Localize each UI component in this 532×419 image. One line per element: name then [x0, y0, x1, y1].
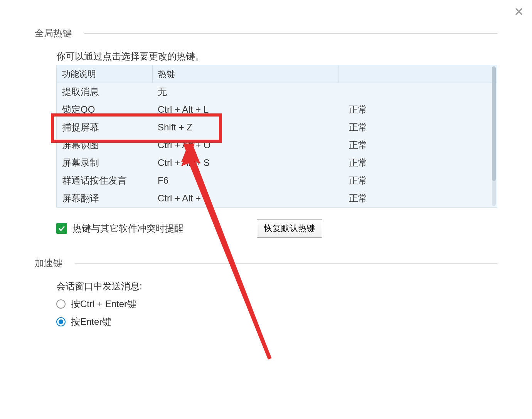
- row-hotkey: Ctrl + Alt + O: [152, 140, 338, 150]
- divider: [84, 33, 497, 34]
- header-hotkey: 热键: [152, 65, 338, 83]
- table-row[interactable]: 屏幕识图 Ctrl + Alt + O 正常: [57, 136, 497, 154]
- send-message-label: 会话窗口中发送消息:: [56, 280, 497, 292]
- row-hotkey: Shift + Z: [152, 122, 338, 133]
- row-func: 锁定QQ: [57, 103, 152, 116]
- section-accel-title: 加速键: [35, 257, 497, 269]
- row-hotkey: Ctrl + Alt + L: [152, 104, 338, 115]
- conflict-checkbox-label: 热键与其它软件冲突时提醒: [72, 222, 184, 235]
- row-status: 正常: [338, 121, 497, 133]
- radio-label: 按Ctrl + Enter键: [71, 298, 136, 310]
- row-hotkey: Ctrl + Alt + F: [152, 193, 338, 204]
- close-button[interactable]: [514, 7, 524, 16]
- table-row[interactable]: 屏幕录制 Ctrl + Alt + S 正常: [57, 154, 497, 172]
- section-hotkeys-label: 全局热键: [35, 27, 72, 39]
- radio-enter[interactable]: 按Enter键: [56, 316, 497, 328]
- close-icon: [514, 7, 524, 16]
- table-row[interactable]: 捕捉屏幕 Shift + Z 正常: [57, 118, 497, 136]
- row-func: 屏幕录制: [57, 157, 152, 169]
- conflict-checkbox-row[interactable]: 热键与其它软件冲突时提醒: [56, 222, 184, 235]
- radio-label: 按Enter键: [71, 316, 111, 328]
- check-icon: [58, 225, 66, 232]
- restore-defaults-button[interactable]: 恢复默认热键: [257, 219, 322, 238]
- radio-button[interactable]: [56, 299, 66, 309]
- row-func: 群通话按住发言: [57, 174, 152, 187]
- row-func: 提取消息: [57, 86, 152, 98]
- radio-button[interactable]: [56, 317, 66, 326]
- divider: [75, 263, 497, 264]
- row-hotkey: Ctrl + Alt + S: [152, 157, 338, 168]
- row-hotkey: F6: [152, 175, 338, 186]
- hotkey-table: 功能说明 热键 提取消息 无 锁定QQ Ctrl + Alt + L 正常 捕捉…: [56, 65, 497, 208]
- hotkey-intro: 你可以通过点击选择要更改的热键。: [56, 50, 497, 63]
- scrollbar-thumb[interactable]: [492, 66, 496, 181]
- table-row[interactable]: 群通话按住发言 F6 正常: [57, 172, 497, 189]
- section-hotkeys-title: 全局热键: [35, 27, 497, 39]
- header-status: [338, 65, 497, 83]
- section-accel-label: 加速键: [35, 257, 62, 269]
- hotkey-table-header: 功能说明 热键: [57, 65, 497, 83]
- row-status: 正常: [338, 192, 497, 204]
- radio-ctrl-enter[interactable]: 按Ctrl + Enter键: [56, 298, 497, 310]
- row-status: 正常: [338, 157, 497, 169]
- table-row[interactable]: 屏幕翻译 Ctrl + Alt + F 正常: [57, 189, 497, 207]
- header-func: 功能说明: [57, 68, 152, 80]
- table-row[interactable]: 锁定QQ Ctrl + Alt + L 正常: [57, 101, 497, 118]
- row-status: 正常: [338, 103, 497, 116]
- row-status: 正常: [338, 174, 497, 187]
- row-func: 屏幕翻译: [57, 192, 152, 204]
- row-hotkey: 无: [152, 86, 338, 98]
- scrollbar[interactable]: [492, 66, 496, 206]
- row-func: 捕捉屏幕: [57, 121, 152, 133]
- table-row[interactable]: 提取消息 无: [57, 83, 497, 101]
- row-status: 正常: [338, 139, 497, 151]
- conflict-checkbox[interactable]: [56, 223, 67, 234]
- row-func: 屏幕识图: [57, 139, 152, 151]
